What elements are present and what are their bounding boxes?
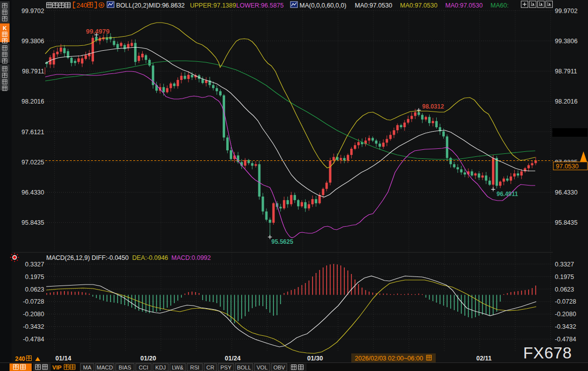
svg-text:KDJ: KDJ <box>155 364 166 370</box>
svg-text:VOL: VOL <box>256 364 267 370</box>
svg-text:VIP: VIP <box>52 364 62 370</box>
svg-text:98.7911: 98.7911 <box>22 68 44 75</box>
svg-text:0.0623: 0.0623 <box>555 286 574 293</box>
svg-text:-0.0728: -0.0728 <box>23 298 44 305</box>
svg-text:-0.2080: -0.2080 <box>555 311 576 318</box>
svg-text:0.1975: 0.1975 <box>555 273 574 281</box>
svg-text:MA0:97.0530: MA0:97.0530 <box>355 2 392 9</box>
svg-text:-0.0728: -0.0728 <box>555 298 576 305</box>
svg-text:98.2016: 98.2016 <box>22 98 44 105</box>
svg-text:MACD:0.0992: MACD:0.0992 <box>171 254 211 261</box>
svg-text:BOLL: BOLL <box>237 364 251 370</box>
svg-text:96.4330: 96.4330 <box>555 189 577 196</box>
svg-text:0.0623: 0.0623 <box>25 286 44 293</box>
svg-text:99.9702: 99.9702 <box>22 8 44 15</box>
svg-text:MACD: MACD <box>96 364 113 370</box>
svg-text:MACD(26,12,9) DIFF:-0.0450: MACD(26,12,9) DIFF:-0.0450 <box>46 254 129 261</box>
svg-text:99.3806: 99.3806 <box>22 38 44 45</box>
svg-text:98.0312: 98.0312 <box>422 103 444 110</box>
svg-text:-0.4784: -0.4784 <box>23 336 44 343</box>
svg-text:95.5625: 95.5625 <box>271 238 293 245</box>
svg-text:MID:96.8632: MID:96.8632 <box>149 2 185 9</box>
svg-text:02/11: 02/11 <box>476 355 492 362</box>
svg-text:CR: CR <box>207 364 215 370</box>
svg-text:OBV: OBV <box>273 364 285 370</box>
svg-text:98.7911: 98.7911 <box>555 68 577 75</box>
svg-text:01/14: 01/14 <box>55 355 71 362</box>
svg-text:-0.4784: -0.4784 <box>555 336 576 343</box>
svg-text:95.8435: 95.8435 <box>555 219 577 226</box>
svg-text:240: 240 <box>15 355 25 362</box>
svg-text:MA: MA <box>83 364 91 370</box>
svg-text:MA0:97.0530: MA0:97.0530 <box>400 2 437 9</box>
svg-text:98.2016: 98.2016 <box>555 98 577 105</box>
svg-text:01/20: 01/20 <box>140 355 156 362</box>
svg-text:96.4330: 96.4330 <box>22 189 44 196</box>
svg-text:LW&: LW& <box>172 364 184 370</box>
svg-text:97.0530: 97.0530 <box>556 163 578 170</box>
svg-text:95.8435: 95.8435 <box>22 219 44 226</box>
svg-text:97.0225: 97.0225 <box>22 159 44 166</box>
svg-text:240: 240 <box>76 2 87 9</box>
svg-text:PSY: PSY <box>220 364 232 370</box>
svg-text:FX678: FX678 <box>523 344 572 362</box>
svg-text:99.9702: 99.9702 <box>555 8 577 15</box>
svg-text:MA0:97.0530: MA0:97.0530 <box>445 2 482 9</box>
svg-text:-0.3432: -0.3432 <box>23 323 44 330</box>
svg-text:2026/02/03 02:00~06:00: 2026/02/03 02:00~06:00 <box>355 355 423 362</box>
svg-text:-0.3432: -0.3432 <box>555 323 576 330</box>
svg-text:DEA:-0.0946: DEA:-0.0946 <box>132 254 168 261</box>
svg-text:01/30: 01/30 <box>307 355 323 362</box>
svg-text:BOLL(20,2): BOLL(20,2) <box>116 2 149 9</box>
svg-text:0.3327: 0.3327 <box>25 261 44 268</box>
svg-text:MA(0,0,0,60,0,0): MA(0,0,0,60,0,0) <box>300 2 346 9</box>
svg-text:97.6121: 97.6121 <box>22 129 44 136</box>
svg-text:MA60:: MA60: <box>491 2 509 9</box>
svg-text:0.1975: 0.1975 <box>25 273 44 281</box>
svg-text:LOWER:96.5875: LOWER:96.5875 <box>236 2 284 9</box>
svg-text:01/24: 01/24 <box>225 355 240 362</box>
svg-text:-0.2080: -0.2080 <box>23 311 44 318</box>
svg-text:BIAS: BIAS <box>119 364 131 370</box>
svg-text:UPPER:97.1389: UPPER:97.1389 <box>190 2 236 9</box>
svg-text:RSI: RSI <box>190 364 199 370</box>
svg-text:K: K <box>3 25 7 31</box>
svg-text:99.4979: 99.4979 <box>86 28 110 35</box>
svg-text:CCI: CCI <box>139 364 148 370</box>
svg-text:99.3806: 99.3806 <box>555 38 577 45</box>
svg-text:0.3327: 0.3327 <box>555 261 574 268</box>
